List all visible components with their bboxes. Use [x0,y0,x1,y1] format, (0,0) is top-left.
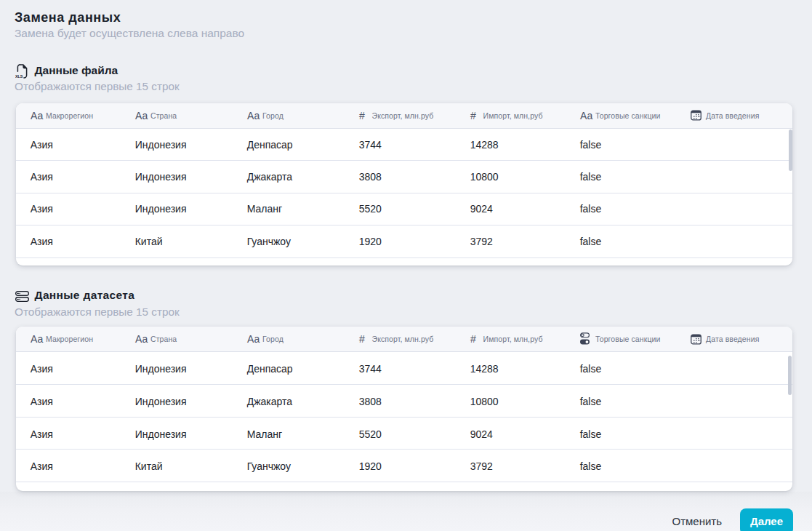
svg-text:XLS: XLS [15,74,23,79]
